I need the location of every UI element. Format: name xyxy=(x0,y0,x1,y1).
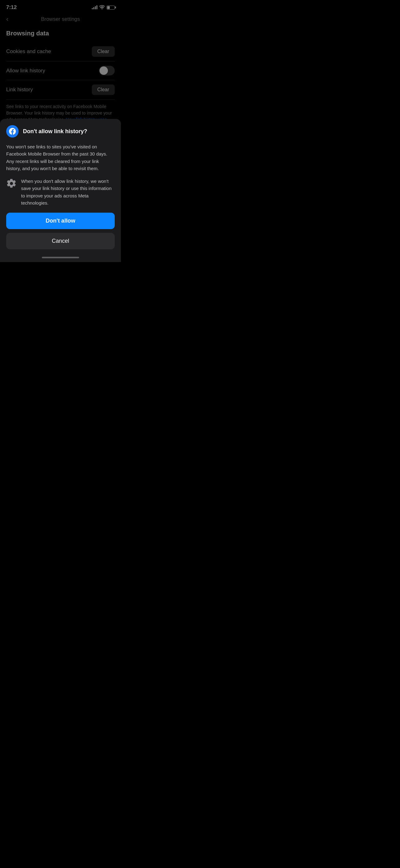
modal-description: You won't see links to sites you've visi… xyxy=(6,143,115,172)
home-bar xyxy=(42,257,79,258)
gear-icon xyxy=(6,178,17,189)
modal-body: You won't see links to sites you've visi… xyxy=(6,143,115,207)
modal-info-row: When you don't allow link history, we wo… xyxy=(6,178,115,207)
modal-info-text: When you don't allow link history, we wo… xyxy=(21,178,115,207)
dont-allow-button[interactable]: Don't allow xyxy=(6,213,115,229)
modal-title: Don't allow link history? xyxy=(23,128,87,135)
home-indicator xyxy=(6,254,115,262)
facebook-icon xyxy=(6,125,19,137)
modal-header: Don't allow link history? xyxy=(6,125,115,137)
modal-buttons: Don't allow Cancel xyxy=(6,213,115,254)
cancel-button[interactable]: Cancel xyxy=(6,233,115,249)
modal-sheet: Don't allow link history? You won't see … xyxy=(0,119,121,262)
